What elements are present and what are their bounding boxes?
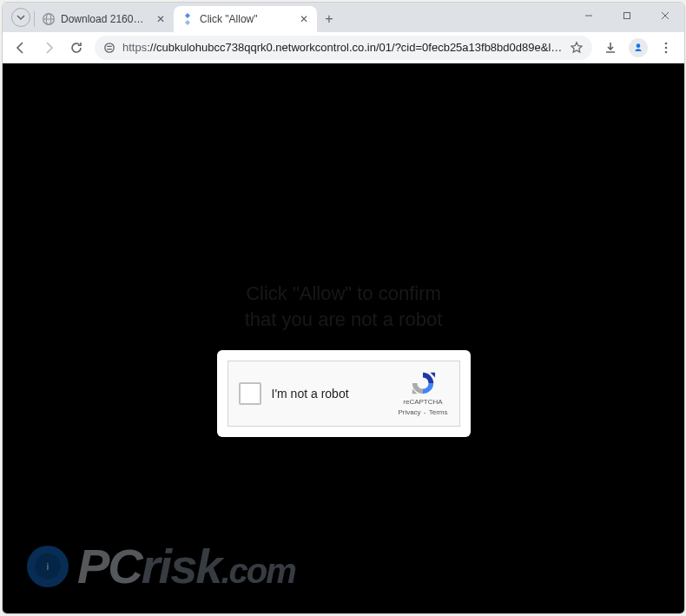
page-viewport: Click "Allow" to confirm that you are no…: [3, 63, 684, 613]
toolbar: https://cubkulohubcc738qqrk0.networkcont…: [3, 32, 684, 63]
menu-button[interactable]: [653, 35, 679, 61]
window-close-button[interactable]: [646, 3, 684, 29]
recaptcha-icon: [410, 370, 436, 396]
maximize-button[interactable]: [608, 3, 646, 29]
secure-icon: [103, 42, 115, 54]
chevron-down-icon: [16, 13, 25, 22]
recaptcha-label: I'm not a robot: [272, 387, 387, 401]
address-bar[interactable]: https://cubkulohubcc738qqrk0.networkcont…: [95, 36, 592, 60]
recaptcha-checkbox[interactable]: [239, 382, 261, 405]
new-tab-button[interactable]: +: [317, 7, 341, 31]
svg-point-11: [665, 46, 668, 49]
close-icon[interactable]: ✕: [298, 13, 310, 25]
svg-point-10: [665, 42, 668, 44]
person-icon: [632, 42, 644, 54]
recaptcha-logo: reCAPTCHA Privacy - Terms: [397, 370, 448, 416]
svg-point-7: [105, 43, 114, 51]
profile-button[interactable]: [625, 35, 651, 61]
tab-title: Download 2160p 4K YIFY Movi: [61, 13, 149, 25]
bookmark-star-icon[interactable]: [570, 41, 584, 55]
minimize-button[interactable]: [570, 3, 608, 29]
window-controls: [570, 3, 684, 32]
prompt-text: Click "Allow" to confirm that you are no…: [245, 281, 443, 332]
tab-inactive[interactable]: Download 2160p 4K YIFY Movi ✕: [35, 6, 174, 32]
svg-rect-4: [624, 13, 630, 19]
site-favicon: [181, 12, 195, 26]
search-tabs-button[interactable]: [8, 6, 34, 29]
watermark-text: PCrisk.com: [77, 542, 295, 591]
url-text: https://cubkulohubcc738qqrk0.networkcont…: [122, 41, 563, 54]
globe-icon: [42, 12, 56, 26]
tab-strip: Download 2160p 4K YIFY Movi ✕ Click "All…: [3, 3, 684, 32]
forward-button[interactable]: [36, 35, 62, 61]
browser-window: Download 2160p 4K YIFY Movi ✕ Click "All…: [2, 2, 685, 614]
recaptcha-widget: I'm not a robot reCAPTCHA Privacy - Term…: [228, 361, 460, 427]
svg-point-12: [665, 50, 668, 53]
tab-active[interactable]: Click "Allow" ✕: [174, 6, 317, 32]
captcha-card: I'm not a robot reCAPTCHA Privacy - Term…: [217, 350, 471, 437]
reload-button[interactable]: [63, 35, 89, 61]
close-icon[interactable]: ✕: [155, 13, 167, 25]
tab-title: Click "Allow": [200, 13, 293, 25]
downloads-button[interactable]: [597, 35, 623, 61]
watermark: i PCrisk.com: [27, 542, 295, 591]
watermark-badge: i: [27, 546, 69, 587]
back-button[interactable]: [8, 35, 34, 61]
